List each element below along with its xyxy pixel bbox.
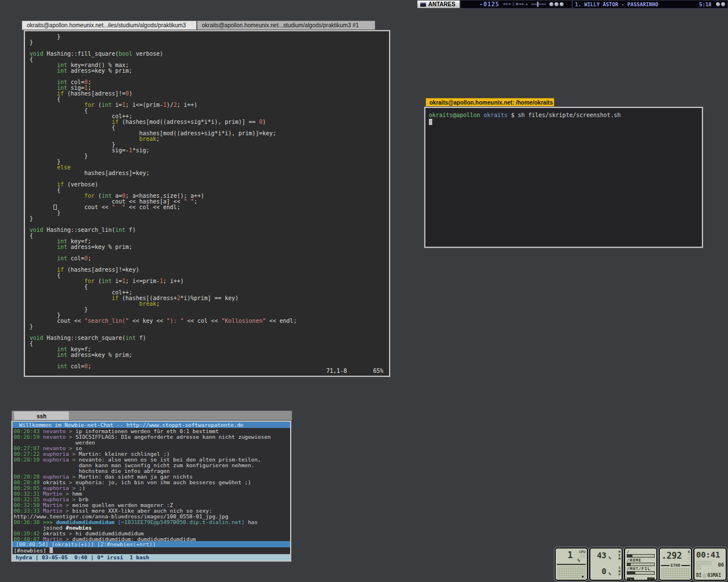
player-close-button[interactable]: [560, 2, 564, 6]
taskbar-item-antares[interactable]: ANTARES: [417, 0, 460, 9]
cursor-position: 71,1-8: [326, 368, 347, 374]
play-button[interactable]: ▶: [509, 1, 511, 8]
code-line: }: [30, 307, 389, 313]
clock-ghost-block: [703, 573, 706, 578]
pause-button[interactable]: ‖: [512, 1, 515, 8]
code-line: int adress=key % prim;: [30, 244, 389, 250]
code-line: }: [30, 216, 389, 222]
prompt-command: sh files/skripte/screenshot.sh: [518, 112, 621, 118]
clock-indicators: AMALRMPM: [696, 561, 717, 569]
volume-handle[interactable]: [537, 2, 539, 7]
clock-monitor: 88:88 00:41 AMALRMPM 06 DI 03MAI: [693, 547, 727, 581]
screen-hardstatus-bar: hydra | 03-05-05 0:40 | 0* irssi 1 bash: [13, 554, 290, 560]
prompt-user-host: okraits@apollon: [429, 112, 480, 118]
stop-button[interactable]: ■: [516, 1, 518, 8]
eject-button[interactable]: ▲: [526, 1, 528, 8]
code-line: if (hashes[adress]!=key): [30, 267, 389, 273]
window-icon: [420, 2, 426, 7]
irc-window[interactable]: Willkommen im Newbie-net-Chat -- http://…: [11, 421, 291, 562]
player-controls: ◀◀▶‖■▶▶▲: [503, 1, 528, 8]
code-line: void Hashing::fill_square(bool verbose): [30, 51, 389, 57]
clock-seconds: 06: [718, 562, 724, 568]
code-line: int adress=key % prim;: [30, 352, 389, 358]
net-scale-g: G: [688, 557, 690, 560]
fs-mount-label: /: [627, 550, 655, 554]
clock-day: DI: [696, 573, 702, 578]
cpu-value: 1: [557, 550, 573, 560]
code-line: }: [30, 210, 389, 216]
editor-tab-bar: okraits@apollon.homeunix.net...iles/stud…: [22, 20, 375, 30]
terminal-window[interactable]: okraits@apollon okraits $ sh files/skrip…: [424, 107, 703, 248]
clock-date: 03MAI: [708, 573, 721, 578]
irc-message-list: 00:26:43 nevanto > ip informationen werd…: [13, 428, 290, 541]
irc-topic-bar: Willkommen im Newbie-net-Chat -- http://…: [13, 422, 290, 428]
swp-value: 0: [592, 567, 606, 576]
irc-input-text: [#newbies]: [14, 547, 49, 554]
playlist-close-button[interactable]: [721, 2, 725, 6]
code-line: }: [30, 324, 389, 330]
prompt-cwd: okraits: [483, 112, 507, 118]
taskbar-item-label: ANTARES: [428, 1, 456, 7]
code-line: }: [30, 34, 389, 40]
editor-tab-1[interactable]: okraits@apollon.homeunix.net...iles/stud…: [22, 20, 197, 30]
fs-pager: ◄ ►: [625, 577, 656, 581]
code-line: }: [30, 40, 389, 45]
cpu-ghost-digits: 88: [580, 554, 585, 559]
filesystem-monitor: //HOME/MNT/FIL ◄ ►: [624, 547, 657, 581]
volume-slider[interactable]: [531, 3, 546, 5]
clock-indicator-pm: PM: [696, 566, 701, 569]
irc-cursor: [49, 547, 53, 553]
fs-usage-bar: [627, 563, 655, 566]
playlist-shade: 1. WILLY ASTOR - PASSARINHO 5:18: [572, 0, 728, 9]
player-main-shade: -0125 ◀◀▶‖■▶▶▲: [460, 0, 572, 9]
editor-window[interactable]: }} void Hashing::fill_square(bool verbos…: [24, 30, 390, 377]
player-minimize-button[interactable]: [549, 2, 553, 6]
swp-unit: %: [609, 572, 611, 576]
net-scale-column: KMG: [688, 550, 690, 560]
code-line: int col=0;: [30, 256, 389, 261]
player-shade-button[interactable]: [555, 2, 559, 6]
fs-right-arrow-button[interactable]: ►: [647, 577, 655, 581]
clock-indicator-alrm: ALRM: [702, 561, 711, 565]
code-line: void Hashing::search_square(int f): [30, 335, 389, 341]
cpu-label: CPU: [579, 550, 585, 554]
net-value: .292: [661, 551, 682, 561]
swp-label: SWP: [618, 566, 621, 576]
irc-tab-label: ssh: [36, 413, 46, 419]
clock-indicator-am: AM: [696, 561, 701, 565]
next-button[interactable]: ▶▶: [519, 1, 524, 8]
top-bar: ANTARES -0125 ◀◀▶‖■▶▶▲ 1. WILLY ASTOR - …: [417, 0, 728, 9]
irc-status-bar: [00:40:54] [okraits(+i)] [2:#newbies(+nr…: [13, 541, 290, 547]
code-line: if (verbose): [30, 182, 389, 188]
fs-usage-bar: [627, 554, 655, 558]
fs-rows: //HOME/MNT/FIL: [625, 548, 656, 576]
scroll-percent: 65%: [373, 368, 383, 374]
terminal-body[interactable]: okraits@apollon okraits $ sh files/skrip…: [425, 108, 702, 130]
terminal-cursor: [429, 119, 432, 125]
net-interface-label: ETH0: [671, 563, 680, 568]
network-monitor: .292 KMG ETH0: [659, 547, 692, 581]
track-time: 5:18: [699, 2, 712, 7]
code-line: hashes[adress]=key;: [30, 171, 389, 176]
code-line: int adress=key % prim;: [30, 68, 389, 74]
terminal-title-tab[interactable]: okraits@apollon.homeunix.net: /home/okra…: [425, 98, 555, 107]
previous-button[interactable]: ◀◀: [503, 1, 507, 8]
fs-mount-label: /MNT/FIL: [627, 567, 655, 571]
code-line: void Hashing::search_lin(int f): [30, 227, 389, 233]
cpu-graph-dot: [582, 576, 584, 577]
code-line: if (hashes[adress]!=0): [30, 91, 389, 97]
irc-input-line[interactable]: [#newbies]: [13, 547, 290, 554]
fs-left-arrow-button[interactable]: ◄: [627, 577, 634, 581]
code-line: cout << "search_lin(" << key << "): " <<…: [30, 318, 389, 324]
editor-tab-2[interactable]: okraits@apollon.homeunix.net...studium/a…: [197, 20, 375, 30]
terminal-title-label: okraits@apollon.homeunix.net: /home/okra…: [429, 99, 553, 106]
lcd-monitor-dock: 888 1 CPU 88 % 888 43 % MEM 888 0 % SWP …: [555, 547, 727, 581]
irc-tab-ssh[interactable]: ssh: [14, 411, 69, 421]
track-title: 1. WILLY ASTOR - PASSARINHO: [575, 2, 699, 7]
vim-ruler: 71,1-8 65%: [326, 368, 383, 374]
cpu-unit: %: [577, 558, 580, 563]
playlist-shade-button[interactable]: [716, 2, 720, 6]
net-label-row: ETH0: [661, 563, 690, 568]
code-line: }: [30, 153, 389, 159]
cpu-separator: [557, 564, 586, 565]
